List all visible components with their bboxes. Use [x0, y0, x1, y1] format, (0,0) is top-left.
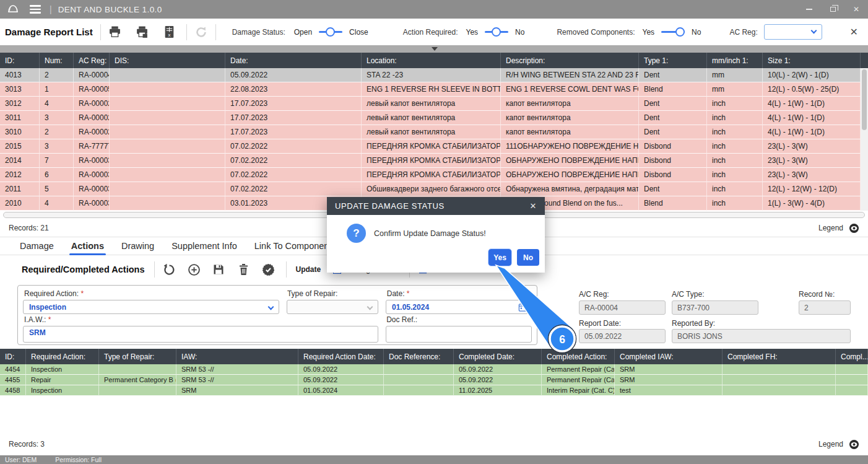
column-header[interactable]: Completed Action: [542, 349, 615, 364]
export-excel-button[interactable]: x [162, 24, 178, 40]
undo-button[interactable] [161, 261, 177, 278]
report-toolbar: Damage Report List x Damage Status: Open… [0, 19, 868, 45]
cell: 23(L) - 3(W) [763, 154, 861, 168]
print-button[interactable] [107, 24, 123, 40]
restore-button[interactable] [821, 0, 844, 19]
cell: 01.05.2024 [298, 385, 384, 396]
column-header[interactable]: Num: [40, 53, 74, 68]
column-header[interactable]: Completed FH: [723, 349, 836, 364]
tab-supplement-info[interactable]: Supplement Info [171, 241, 237, 251]
cell [110, 125, 225, 139]
cell: SRM [615, 375, 723, 385]
damage-row[interactable]: 30131RA-0000522.08.2023ENG 1 REVERSE RH … [0, 82, 868, 97]
print-selected-button[interactable] [134, 24, 150, 40]
close-window-button[interactable]: ✕ [844, 0, 868, 19]
column-header[interactable]: Doc Reference: [384, 349, 454, 364]
action-required-toggle[interactable] [485, 27, 508, 37]
doc-ref-label: Doc Ref.: [386, 315, 532, 324]
cell: RA-00002 [74, 97, 110, 111]
save-button[interactable] [210, 261, 227, 278]
menu-hamburger-icon[interactable] [30, 5, 41, 14]
legend-eye-icon[interactable] [849, 439, 859, 450]
damage-status-toggle[interactable] [319, 27, 342, 37]
doc-ref-input[interactable] [386, 326, 532, 343]
tab-link-to-component[interactable]: Link To Component [254, 241, 332, 251]
cell [723, 385, 836, 396]
cell [384, 364, 454, 375]
scrollbar-thumb[interactable] [862, 69, 867, 130]
column-header[interactable]: DIS: [110, 53, 225, 68]
records-count: Records: 21 [9, 224, 49, 232]
column-header[interactable]: Type of Repair: [99, 349, 176, 364]
required-action-select[interactable]: Inspection [23, 300, 279, 314]
cell: inch [707, 111, 763, 125]
column-header[interactable]: Completed Date: [454, 349, 542, 364]
cell: RA-00002 [74, 125, 110, 139]
ac-reg-label: AC Reg: [729, 28, 757, 37]
action-row[interactable]: 4458InspectionSRM01.05.202411.02.2025Int… [0, 385, 868, 396]
column-header[interactable]: mm/inch 1: [707, 53, 763, 68]
iaw-input[interactable]: SRM [23, 326, 378, 343]
minimize-button[interactable] [797, 0, 821, 19]
damage-row[interactable]: 30124RA-0000217.07.2023левый капот венти… [0, 97, 868, 111]
page-title: Damage Report List [5, 27, 93, 37]
column-header[interactable]: Date: [225, 53, 362, 68]
cell: Blend [639, 82, 707, 97]
no-button[interactable]: No [517, 249, 539, 266]
calendar-icon[interactable] [518, 302, 527, 312]
action-row[interactable]: 4455RepairPermanent Category B (...SRM 5… [0, 375, 868, 385]
cell: 17.07.2023 [225, 125, 362, 139]
close-report-list-button[interactable]: ✕ [850, 26, 858, 38]
cell: 1 [40, 82, 74, 97]
delete-button[interactable] [235, 261, 251, 278]
column-header[interactable]: ID: [0, 349, 26, 364]
cell [99, 364, 176, 375]
column-header[interactable]: Required Action Date: [298, 349, 384, 364]
dialog-close-button[interactable]: ✕ [530, 201, 537, 211]
collapse-handle-icon[interactable] [432, 47, 438, 51]
cell: ПЕРЕДНЯЯ КРОМКА СТАБИЛИЗАТОРА МЕЖДУ... [362, 139, 501, 154]
cell: 111ОБНАРУЖЕНО ПОВРЕЖДЕНИЕ НАПЕРЕЖН... [501, 139, 639, 154]
cell: Repair [26, 375, 99, 385]
column-header[interactable]: Required Action: [26, 349, 99, 364]
tab-drawing[interactable]: Drawing [121, 241, 154, 251]
column-header[interactable]: Type 1: [639, 53, 707, 68]
update-button[interactable]: Update [295, 265, 321, 274]
column-header[interactable]: Description: [501, 53, 639, 68]
cell: Interim Repair (Cat. C) [542, 385, 615, 396]
column-header[interactable]: Completed IAW: [615, 349, 723, 364]
cell [110, 139, 225, 154]
tab-damage[interactable]: Damage [20, 241, 54, 251]
cell: 4455 [0, 375, 26, 385]
column-header[interactable]: IAW: [176, 349, 298, 364]
action-row[interactable]: 4454InspectionSRM 53 -//05.09.202205.09.… [0, 364, 868, 375]
damage-row[interactable]: 20147RA-0000307.02.2022ПЕРЕДНЯЯ КРОМКА С… [0, 154, 868, 168]
damage-row[interactable]: 20153RA-7777707.02.2022ПЕРЕДНЯЯ КРОМКА С… [0, 139, 868, 154]
ac-reg-dropdown[interactable] [764, 24, 822, 40]
type-of-repair-select[interactable] [287, 300, 378, 314]
damage-row[interactable]: 30113RA-0000217.07.2023левый капот венти… [0, 111, 868, 125]
column-header[interactable]: AC Reg: [74, 53, 110, 68]
damage-row[interactable]: 40132RA-0000405.09.2022STA 22 -23R/H WIN… [0, 68, 868, 82]
damage-row[interactable]: 20115RA-0000307.02.2022Обшивкадвери задн… [0, 182, 868, 196]
yes-button[interactable]: Yes [488, 249, 511, 266]
cell: левый капот вентилятора [362, 125, 501, 139]
cell: 3012 [0, 97, 40, 111]
damage-row[interactable]: 30102RA-0000217.07.2023левый капот венти… [0, 125, 868, 139]
cell: inch [707, 168, 763, 182]
add-action-button[interactable] [186, 261, 202, 278]
damage-row[interactable]: 20126RA-0000307.02.2022ПЕРЕДНЯЯ КРОМКА С… [0, 168, 868, 182]
date-input[interactable]: 01.05.2024 [386, 300, 532, 314]
legend-eye-icon[interactable] [849, 223, 859, 234]
removed-components-toggle[interactable] [661, 27, 685, 37]
info-ac-reg-label: A/C Reg: [579, 290, 609, 299]
verify-badge-button[interactable] [260, 261, 276, 278]
tab-actions[interactable]: Actions [71, 241, 104, 251]
column-header[interactable]: Location: [362, 53, 501, 68]
column-header[interactable]: ID: [0, 53, 40, 68]
column-header[interactable]: Size 1: [763, 53, 861, 68]
vertical-scrollbar[interactable] [861, 68, 868, 211]
cell: 1(L) - 3(W) - 4(D) [763, 196, 861, 211]
refresh-button[interactable] [193, 24, 209, 40]
column-header[interactable]: Compl... [836, 349, 868, 364]
